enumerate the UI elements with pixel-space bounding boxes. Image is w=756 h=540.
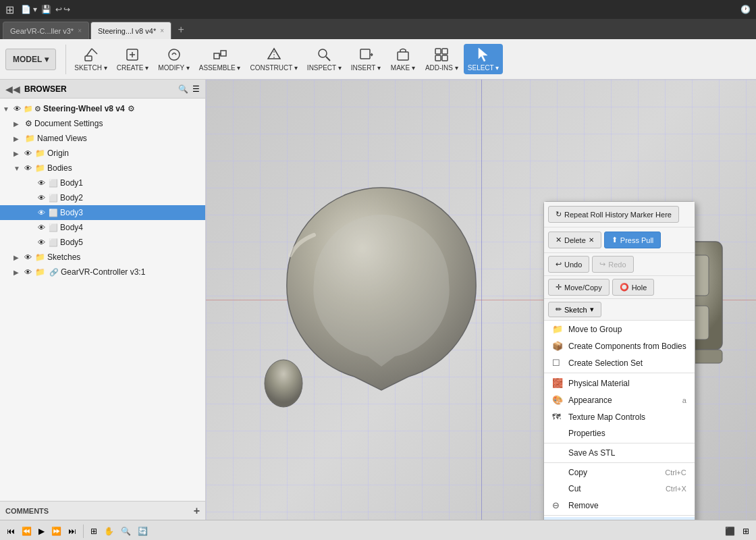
ctx-divider-1	[544, 373, 695, 373]
svg-rect-0	[85, 56, 92, 61]
step-fwd-btn[interactable]: ⏩	[49, 525, 64, 537]
ctx-create-selection-set[interactable]: ☐ Create Selection Set	[544, 354, 695, 371]
ctx-texture-map[interactable]: 🗺 Texture Map Controls	[544, 408, 695, 425]
sidebar-menu-btn[interactable]: ☰	[192, 84, 200, 94]
svg-rect-18	[398, 52, 408, 60]
ctx-appearance[interactable]: 🎨 Appearance a	[544, 392, 695, 408]
view-cube-btn[interactable]: ⬛	[722, 525, 738, 537]
tab-gearvr-close[interactable]: ×	[78, 27, 82, 34]
tree-root[interactable]: ▼ 👁 📁 ⚙ Steering-Wheel v8 v4 ⚙	[0, 101, 205, 116]
body5-eye-icon[interactable]: 👁	[38, 238, 45, 246]
status-sep-1	[83, 524, 84, 538]
file-menu[interactable]: 📄 ▾	[21, 5, 37, 14]
redo-button[interactable]: ↪	[63, 5, 70, 14]
body2-eye-icon[interactable]: 👁	[38, 194, 45, 202]
body3-eye-icon[interactable]: 👁	[38, 209, 45, 217]
toolbar-make[interactable]: MAKE ▾	[386, 44, 420, 74]
pan-btn[interactable]: ✋	[101, 525, 117, 537]
step-back-btn[interactable]: ⏪	[19, 525, 34, 537]
tab-steering[interactable]: Steering...l v8 v4* ×	[90, 22, 171, 39]
origin-eye-icon[interactable]: 👁	[24, 149, 32, 157]
play-end-btn[interactable]: ⏭	[65, 525, 79, 537]
toolbar-construct[interactable]: CONSTRUCT ▾	[246, 44, 301, 74]
sidebar-item-body4[interactable]: ▶ 👁 ⬜ Body4	[0, 220, 205, 235]
ctx-move-to-group[interactable]: 📁 Move to Group	[544, 321, 695, 338]
ctx-copy[interactable]: Copy Ctrl+C	[544, 464, 695, 481]
sidebar-item-origin[interactable]: ▶ 👁 📁 Origin	[0, 146, 205, 161]
select-label: SELECT ▾	[468, 64, 500, 72]
ctx-properties[interactable]: Properties	[544, 425, 695, 441]
gearvr-expand[interactable]: ▶	[14, 269, 23, 276]
delete-btn[interactable]: ✕ Delete ✕	[548, 232, 601, 248]
appearance-icon: 🎨	[552, 395, 563, 405]
root-eye-icon[interactable]: 👁	[14, 105, 21, 113]
tab-gearvr[interactable]: GearVR-C...ller v3* ×	[3, 22, 89, 39]
app-grid-icon[interactable]: ⊞	[5, 3, 14, 16]
toolbar: MODEL ▾ SKETCH ▾ CREATE ▾ MODIFY ▾	[0, 39, 756, 80]
doc-settings-label: Document Settings	[34, 119, 103, 128]
bodies-eye-icon[interactable]: 👁	[24, 164, 32, 172]
named-expand[interactable]: ▶	[14, 135, 23, 142]
undo-button[interactable]: ↩	[55, 5, 62, 14]
toolbar-sketch[interactable]: SKETCH ▾	[70, 44, 111, 74]
ctx-display-detail[interactable]: Display Detail Control	[544, 517, 695, 520]
sketches-eye-icon[interactable]: 👁	[24, 253, 32, 261]
ctx-remove[interactable]: ⊖ Remove	[544, 497, 695, 514]
play-back-btn[interactable]: ⏮	[4, 525, 18, 537]
sidebar-item-named-views[interactable]: ▶ 📁 Named Views	[0, 131, 205, 146]
root-settings-icon[interactable]: ⚙	[34, 105, 41, 113]
sidebar-item-body2[interactable]: ▶ 👁 ⬜ Body2	[0, 190, 205, 205]
toolbar-select[interactable]: SELECT ▾	[464, 44, 504, 74]
ctx-physical-material[interactable]: 🧱 Physical Material	[544, 375, 695, 392]
body4-eye-icon[interactable]: 👁	[38, 223, 45, 232]
ctx-save-stl[interactable]: Save As STL	[544, 445, 695, 461]
toolbar-assemble[interactable]: ASSEMBLE ▾	[195, 44, 245, 74]
root-expand-icon[interactable]: ▼	[3, 105, 12, 113]
bodies-expand[interactable]: ▼	[14, 165, 23, 172]
grid-toggle-btn[interactable]: ⊞	[88, 525, 100, 537]
viewport[interactable]: ↻ Repeat Roll History Marker Here ✕ Dele…	[206, 80, 756, 520]
comments-add-btn[interactable]: +	[194, 505, 200, 517]
save-button[interactable]: 💾	[41, 5, 51, 14]
toolbar-inspect[interactable]: INSPECT ▾	[303, 44, 346, 74]
gearvr-eye-icon[interactable]: 👁	[24, 268, 32, 276]
tab-add-button[interactable]: +	[173, 22, 189, 38]
sidebar-item-body1[interactable]: ▶ 👁 ⬜ Body1	[0, 176, 205, 190]
modify-icon	[166, 47, 182, 63]
body1-eye-icon[interactable]: 👁	[38, 179, 45, 187]
press-pull-btn[interactable]: ⬆ Press Pull	[604, 232, 662, 248]
sidebar-item-sketches[interactable]: ▶ 👁 📁 Sketches	[0, 250, 205, 265]
grid-view-btn[interactable]: ⊞	[740, 525, 752, 537]
zoom-btn[interactable]: 🔍	[118, 525, 134, 537]
ctx-cut[interactable]: Cut Ctrl+X	[544, 481, 695, 497]
model-button[interactable]: MODEL ▾	[5, 49, 56, 70]
sidebar-search-btn[interactable]: 🔍	[178, 84, 188, 94]
svg-point-12	[319, 49, 327, 57]
sidebar-item-doc-settings[interactable]: ▶ ⚙ Document Settings	[0, 116, 205, 131]
toolbar-create[interactable]: CREATE ▾	[113, 44, 153, 74]
selection-set-icon: ☐	[552, 358, 563, 368]
ctx-create-components[interactable]: 📦 Create Components from Bodies	[544, 338, 695, 354]
undo-ctx-btn[interactable]: ↩ Undo	[548, 256, 589, 273]
origin-label: Origin	[47, 148, 69, 158]
toolbar-insert[interactable]: INSERT ▾	[347, 44, 385, 74]
sidebar-item-gearvr[interactable]: ▶ 👁 📁 🔗 GearVR-Controller v3:1	[0, 265, 205, 279]
rotate-btn[interactable]: 🔄	[135, 525, 151, 537]
toolbar-addins[interactable]: ADD-INS ▾	[421, 44, 462, 74]
tab-steering-close[interactable]: ×	[160, 27, 164, 34]
sidebar-collapse-btn[interactable]: ◀◀	[5, 84, 20, 94]
hole-btn[interactable]: ⭕ Hole	[612, 279, 655, 296]
move-copy-btn[interactable]: ✛ Move/Copy	[548, 279, 610, 296]
play-btn[interactable]: ▶	[36, 525, 47, 537]
sidebar-item-body5[interactable]: ▶ 👁 ⬜ Body5	[0, 235, 205, 250]
origin-expand[interactable]: ▶	[14, 150, 23, 157]
root-settings2-icon[interactable]: ⚙	[128, 104, 135, 113]
doc-expand[interactable]: ▶	[14, 120, 23, 128]
toolbar-modify[interactable]: MODIFY ▾	[154, 44, 193, 74]
redo-ctx-btn[interactable]: ↪ Redo	[592, 256, 633, 273]
sketches-expand[interactable]: ▶	[14, 254, 23, 261]
sidebar-item-body3[interactable]: ▶ 👁 ⬜ Body3	[0, 205, 205, 220]
repeat-roll-btn[interactable]: ↻ Repeat Roll History Marker Here	[548, 206, 679, 223]
sketch-dropdown[interactable]: ✏ Sketch ▾	[548, 302, 601, 317]
sidebar-item-bodies[interactable]: ▼ 👁 📁 Bodies	[0, 161, 205, 176]
